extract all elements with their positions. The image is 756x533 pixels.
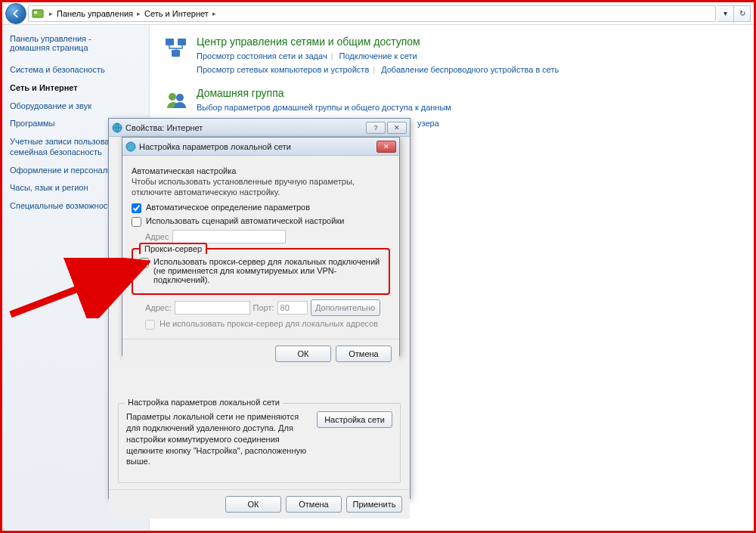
checkbox-bypass-local-label: Не использовать прокси-сервер для локаль… — [160, 319, 378, 328]
lan-settings-group: Настройка параметров локальной сети Пара… — [118, 403, 401, 483]
ok-button[interactable]: ОК — [275, 346, 331, 362]
network-center-icon — [163, 36, 189, 61]
checkbox-use-script-label: Использовать сценарий автоматической нас… — [146, 216, 344, 225]
dialog-titlebar[interactable]: Настройка параметров локальной сети ✕ — [122, 138, 399, 156]
proxy-port-input — [277, 301, 308, 315]
back-button[interactable] — [5, 3, 26, 24]
globe-icon — [125, 141, 136, 152]
link-homegroup-params[interactable]: Выбор параметров домашней группы и общег… — [197, 103, 451, 112]
svg-point-6 — [176, 94, 184, 101]
truncated-link[interactable]: узера — [417, 119, 439, 128]
proxy-group: Прокси-сервер Использовать прокси-сервер… — [132, 248, 390, 295]
close-button[interactable]: ✕ — [376, 141, 396, 153]
advanced-button: Дополнительно — [311, 299, 380, 316]
proxy-port-label: Порт: — [253, 303, 274, 312]
sidebar-item-network[interactable]: Сеть и Интернет — [10, 79, 141, 98]
link-view-devices[interactable]: Просмотр сетевых компьютеров и устройств — [197, 65, 369, 74]
refresh-button[interactable]: ↻ — [734, 5, 751, 22]
control-panel-icon — [32, 8, 44, 20]
checkbox-use-proxy-label: Использовать прокси-сервер для локальных… — [153, 257, 383, 284]
checkbox-bypass-local — [145, 320, 155, 330]
crumb-network[interactable]: Сеть и Интернет — [143, 9, 210, 18]
svg-rect-1 — [34, 11, 37, 14]
close-button[interactable]: ✕ — [387, 122, 407, 134]
script-address-label: Адрес — [145, 232, 169, 241]
cancel-button[interactable]: Отмена — [286, 496, 342, 513]
svg-point-8 — [126, 142, 135, 151]
address-buttons: ▾ ↻ — [717, 5, 751, 22]
link-connect[interactable]: Подключение к сети — [339, 51, 417, 60]
lan-settings-button[interactable]: Настройка сети — [317, 411, 392, 428]
auto-section-label: Автоматическая настройка — [132, 166, 390, 175]
proxy-address-input — [175, 301, 250, 315]
group-legend: Настройка параметров локальной сети — [125, 398, 283, 407]
address-bar: ▸ Панель управления ▸ Сеть и Интернет ▸ … — [2, 2, 754, 25]
sidebar-item-hardware[interactable]: Оборудование и звук — [10, 98, 141, 116]
svg-rect-2 — [166, 39, 174, 45]
dialog-titlebar[interactable]: Свойства: Интернет ? ✕ — [109, 119, 410, 137]
homegroup-title[interactable]: Домашняя группа — [197, 87, 451, 99]
lan-settings-dialog: Настройка параметров локальной сети ✕ Ав… — [122, 137, 400, 356]
svg-point-5 — [169, 93, 176, 101]
script-address-input — [172, 230, 286, 243]
svg-rect-3 — [178, 39, 186, 45]
dialog-title: Свойства: Интернет — [125, 123, 364, 132]
svg-rect-4 — [172, 50, 180, 57]
lan-group-text: Параметры локальной сети не применяются … — [126, 411, 309, 467]
dialog-title: Настройка параметров локальной сети — [139, 142, 375, 151]
sidebar-home-link[interactable]: Панель управления -домашняя страница — [10, 34, 141, 52]
crumb-sep-icon: ▸ — [210, 10, 218, 17]
crumb-control-panel[interactable]: Панель управления — [55, 9, 135, 18]
crumb-sep-icon: ▸ — [135, 10, 143, 17]
auto-hint: Чтобы использовать установленные вручную… — [132, 177, 390, 198]
help-button[interactable]: ? — [366, 122, 386, 134]
checkbox-use-script[interactable] — [132, 217, 141, 227]
checkbox-auto-detect-label: Автоматическое определение параметров — [146, 203, 310, 212]
link-add-wireless[interactable]: Добавление беспроводного устройства в се… — [381, 65, 559, 74]
globe-icon — [112, 122, 122, 133]
crumb-sep-icon: ▸ — [47, 10, 55, 17]
homegroup-icon — [163, 87, 189, 113]
checkbox-use-proxy[interactable] — [139, 258, 149, 268]
cancel-button[interactable]: Отмена — [336, 346, 392, 362]
breadcrumb[interactable]: ▸ Панель управления ▸ Сеть и Интернет ▸ — [28, 5, 716, 22]
link-view-status[interactable]: Просмотр состояния сети и задач — [197, 51, 327, 60]
checkbox-auto-detect[interactable] — [132, 203, 141, 213]
proxy-address-label: Адрес: — [145, 303, 172, 312]
sidebar-item-system[interactable]: Система и безопасность — [10, 61, 141, 79]
ok-button[interactable]: ОК — [225, 496, 281, 513]
dropdown-button[interactable]: ▾ — [717, 5, 734, 22]
network-center-title[interactable]: Центр управления сетями и общим доступом — [197, 36, 559, 48]
apply-button[interactable]: Применить — [346, 496, 402, 513]
proxy-legend: Прокси-сервер — [139, 243, 207, 254]
